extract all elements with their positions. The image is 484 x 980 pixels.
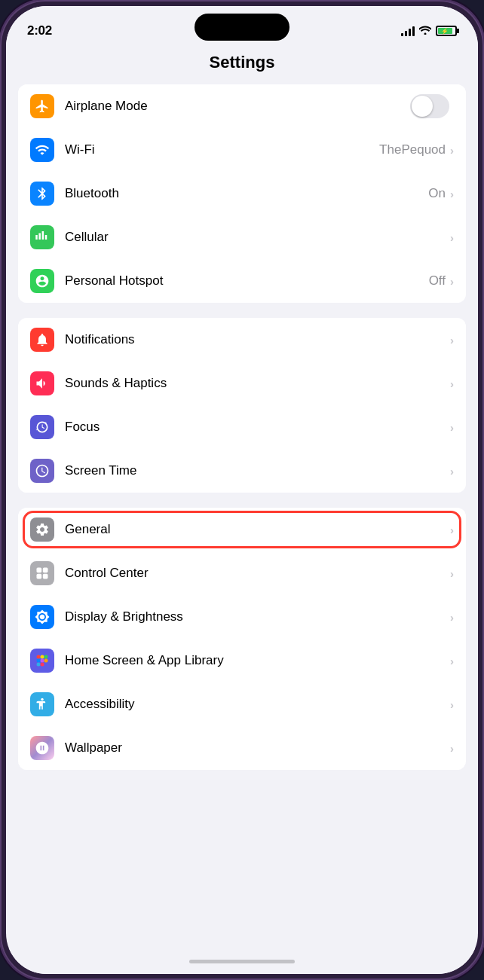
cellular-icon <box>30 225 54 249</box>
home-screen-icon <box>30 649 54 673</box>
airplane-mode-label: Airplane Mode <box>65 99 410 114</box>
control-center-row[interactable]: Control Center › <box>18 551 466 595</box>
svg-point-7 <box>37 659 41 663</box>
focus-chevron: › <box>450 421 454 434</box>
screen-time-chevron: › <box>450 465 454 478</box>
bluetooth-icon <box>30 182 54 206</box>
notifications-group: Notifications › Sounds & Haptics › <box>18 318 466 493</box>
accessibility-label: Accessibility <box>65 697 450 712</box>
status-bar: 2:02 <box>6 6 478 47</box>
focus-row[interactable]: Focus › <box>18 405 466 449</box>
bluetooth-chevron: › <box>450 188 454 200</box>
home-screen-chevron: › <box>450 655 454 667</box>
personal-hotspot-chevron: › <box>450 275 454 288</box>
home-screen-row[interactable]: Home Screen & App Library › <box>18 639 466 682</box>
personal-hotspot-value: Off <box>429 273 446 289</box>
signal-bar-1 <box>401 33 403 36</box>
signal-bar-4 <box>412 26 415 36</box>
personal-hotspot-icon <box>30 269 54 293</box>
svg-rect-3 <box>43 574 48 579</box>
personal-hotspot-row[interactable]: Personal Hotspot Off › <box>18 259 466 303</box>
wallpaper-row[interactable]: Wallpaper › <box>18 726 466 770</box>
accessibility-icon <box>30 692 54 716</box>
focus-label: Focus <box>65 420 450 435</box>
svg-rect-0 <box>37 568 42 573</box>
notifications-icon <box>30 328 54 352</box>
wifi-settings-icon <box>30 138 54 162</box>
screen-time-row[interactable]: Screen Time › <box>18 449 466 493</box>
focus-icon <box>30 415 54 439</box>
signal-bar-3 <box>409 29 411 36</box>
airplane-mode-row[interactable]: Airplane Mode <box>18 84 466 128</box>
wallpaper-icon <box>30 736 54 760</box>
settings-content: Settings Airplane Mode <box>6 47 478 948</box>
sounds-haptics-chevron: › <box>450 377 454 390</box>
bluetooth-label: Bluetooth <box>65 186 428 201</box>
general-row[interactable]: General › <box>18 508 466 551</box>
svg-point-6 <box>44 655 48 659</box>
display-brightness-icon <box>30 605 54 629</box>
page-title: Settings <box>6 47 478 84</box>
wifi-label: Wi-Fi <box>65 142 379 157</box>
airplane-mode-icon <box>30 94 54 118</box>
display-brightness-chevron: › <box>450 611 454 624</box>
wifi-row[interactable]: Wi-Fi ThePequod › <box>18 128 466 172</box>
notifications-row[interactable]: Notifications › <box>18 318 466 362</box>
control-center-label: Control Center <box>65 566 450 581</box>
airplane-mode-toggle[interactable] <box>410 94 449 118</box>
status-icons: ⚡ <box>401 25 457 37</box>
svg-point-9 <box>44 659 48 663</box>
sounds-haptics-icon <box>30 371 54 395</box>
wallpaper-label: Wallpaper <box>65 740 450 756</box>
control-center-chevron: › <box>450 567 454 580</box>
personal-hotspot-label: Personal Hotspot <box>65 273 429 289</box>
wifi-chevron: › <box>450 144 454 157</box>
cellular-row[interactable]: Cellular › <box>18 215 466 259</box>
general-chevron: › <box>450 524 454 536</box>
svg-point-12 <box>41 698 43 701</box>
wifi-icon <box>419 25 431 37</box>
cellular-label: Cellular <box>65 230 450 245</box>
phone-screen: 2:02 <box>6 6 478 974</box>
svg-rect-1 <box>43 568 48 573</box>
display-brightness-row[interactable]: Display & Brightness › <box>18 595 466 639</box>
bluetooth-row[interactable]: Bluetooth On › <box>18 172 466 215</box>
svg-point-5 <box>41 655 44 659</box>
accessibility-row[interactable]: Accessibility › <box>18 682 466 726</box>
home-indicator[interactable] <box>189 960 295 963</box>
screen-time-label: Screen Time <box>65 463 450 478</box>
battery-icon: ⚡ <box>436 26 457 36</box>
signal-bar-2 <box>405 31 407 36</box>
svg-point-10 <box>37 663 41 667</box>
status-time: 2:02 <box>27 23 52 38</box>
control-center-icon <box>30 561 54 585</box>
home-bar <box>6 948 478 974</box>
general-label: General <box>65 522 450 537</box>
bluetooth-value: On <box>428 186 446 201</box>
accessibility-chevron: › <box>450 698 454 711</box>
screen-time-icon <box>30 459 54 483</box>
svg-point-4 <box>37 655 41 659</box>
svg-point-11 <box>41 663 44 667</box>
wallpaper-chevron: › <box>450 742 454 755</box>
wifi-value: ThePequod <box>379 142 446 157</box>
toggle-knob <box>412 96 433 117</box>
sounds-haptics-row[interactable]: Sounds & Haptics › <box>18 362 466 405</box>
signal-strength-icon <box>401 26 415 36</box>
system-group: General › Control Center › <box>18 508 466 770</box>
general-icon <box>30 517 54 542</box>
phone-frame: 2:02 <box>0 0 484 980</box>
connectivity-group: Airplane Mode Wi-Fi ThePequod › <box>18 84 466 303</box>
display-brightness-label: Display & Brightness <box>65 609 450 624</box>
home-screen-label: Home Screen & App Library <box>65 653 450 668</box>
svg-point-8 <box>41 659 44 663</box>
svg-rect-2 <box>37 574 42 579</box>
cellular-chevron: › <box>450 231 454 244</box>
dynamic-island <box>195 14 289 41</box>
notifications-chevron: › <box>450 334 454 347</box>
sounds-haptics-label: Sounds & Haptics <box>65 376 450 391</box>
notifications-label: Notifications <box>65 332 450 347</box>
